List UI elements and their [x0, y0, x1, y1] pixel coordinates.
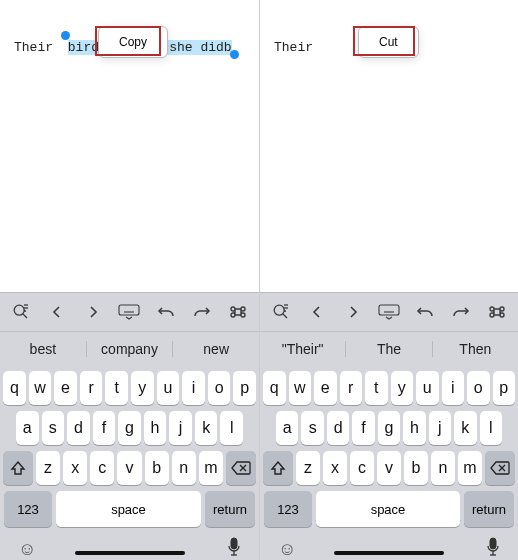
svg-line-18 — [283, 314, 287, 318]
dictation-key[interactable] — [227, 537, 241, 560]
key-a[interactable]: a — [16, 411, 39, 445]
key-m[interactable]: m — [458, 451, 482, 485]
key-s[interactable]: s — [42, 411, 65, 445]
key-row-bottom: 123 space return — [0, 485, 259, 527]
numbers-key[interactable]: 123 — [4, 491, 52, 527]
key-n[interactable]: n — [431, 451, 455, 485]
key-n[interactable]: n — [172, 451, 196, 485]
key-row-3: zxcvbnm — [260, 451, 518, 485]
key-g[interactable]: g — [118, 411, 141, 445]
shift-key[interactable] — [263, 451, 293, 485]
key-w[interactable]: w — [29, 371, 52, 405]
command-icon[interactable] — [486, 301, 508, 323]
undo-icon[interactable] — [155, 301, 177, 323]
chevron-right-icon[interactable] — [82, 301, 104, 323]
suggestion-3[interactable]: Then — [432, 341, 518, 357]
home-indicator[interactable] — [75, 551, 185, 555]
key-d[interactable]: d — [67, 411, 90, 445]
key-u[interactable]: u — [416, 371, 439, 405]
key-q[interactable]: q — [3, 371, 26, 405]
home-indicator[interactable] — [334, 551, 444, 555]
key-e[interactable]: e — [314, 371, 337, 405]
key-z[interactable]: z — [296, 451, 320, 485]
chevron-right-icon[interactable] — [342, 301, 364, 323]
popup-label: Copy — [119, 35, 147, 49]
key-v[interactable]: v — [377, 451, 401, 485]
key-v[interactable]: v — [117, 451, 141, 485]
space-key[interactable]: space — [56, 491, 201, 527]
key-r[interactable]: r — [80, 371, 103, 405]
command-icon[interactable] — [227, 301, 249, 323]
keyboard: "Their" The Then qwertyuiop asdfghjkl zx… — [260, 292, 518, 560]
chevron-left-icon[interactable] — [306, 301, 328, 323]
key-r[interactable]: r — [340, 371, 363, 405]
key-l[interactable]: l — [480, 411, 502, 445]
space-key[interactable]: space — [316, 491, 460, 527]
key-j[interactable]: j — [169, 411, 192, 445]
backspace-key[interactable] — [226, 451, 256, 485]
key-d[interactable]: d — [327, 411, 349, 445]
key-x[interactable]: x — [63, 451, 87, 485]
key-h[interactable]: h — [144, 411, 167, 445]
backspace-key[interactable] — [485, 451, 515, 485]
scan-text-icon[interactable] — [270, 301, 292, 323]
key-o[interactable]: o — [208, 371, 231, 405]
suggestion-3[interactable]: new — [172, 341, 259, 357]
key-p[interactable]: p — [493, 371, 516, 405]
key-b[interactable]: b — [145, 451, 169, 485]
svg-rect-5 — [119, 305, 139, 315]
key-w[interactable]: w — [289, 371, 312, 405]
svg-rect-14 — [231, 538, 237, 549]
dictation-key[interactable] — [486, 537, 500, 560]
key-s[interactable]: s — [301, 411, 323, 445]
undo-icon[interactable] — [414, 301, 436, 323]
key-h[interactable]: h — [403, 411, 425, 445]
key-g[interactable]: g — [378, 411, 400, 445]
chevron-left-icon[interactable] — [46, 301, 68, 323]
shift-key[interactable] — [3, 451, 33, 485]
key-t[interactable]: t — [105, 371, 128, 405]
keyboard-icon[interactable] — [118, 301, 140, 323]
suggestion-1[interactable]: best — [0, 341, 86, 357]
context-menu-copy[interactable]: Copy — [98, 26, 168, 58]
key-c[interactable]: c — [350, 451, 374, 485]
key-i[interactable]: i — [182, 371, 205, 405]
key-p[interactable]: p — [233, 371, 256, 405]
key-j[interactable]: j — [429, 411, 451, 445]
key-y[interactable]: y — [131, 371, 154, 405]
selection-handle-end[interactable] — [230, 50, 239, 59]
suggestion-1[interactable]: "Their" — [260, 341, 345, 357]
key-o[interactable]: o — [467, 371, 490, 405]
key-l[interactable]: l — [220, 411, 243, 445]
key-e[interactable]: e — [54, 371, 77, 405]
context-menu-cut[interactable]: Cut — [358, 26, 419, 58]
suggestion-2[interactable]: company — [86, 341, 173, 357]
key-a[interactable]: a — [276, 411, 298, 445]
return-key[interactable]: return — [205, 491, 255, 527]
emoji-key[interactable]: ☺ — [18, 539, 36, 560]
keyboard-icon[interactable] — [378, 301, 400, 323]
key-t[interactable]: t — [365, 371, 388, 405]
emoji-key[interactable]: ☺ — [278, 539, 296, 560]
key-k[interactable]: k — [454, 411, 476, 445]
return-key[interactable]: return — [464, 491, 514, 527]
redo-icon[interactable] — [191, 301, 213, 323]
numbers-key[interactable]: 123 — [264, 491, 312, 527]
key-k[interactable]: k — [195, 411, 218, 445]
key-u[interactable]: u — [157, 371, 180, 405]
suggestion-2[interactable]: The — [345, 341, 431, 357]
selection-handle-start[interactable] — [61, 31, 70, 40]
key-m[interactable]: m — [199, 451, 223, 485]
key-y[interactable]: y — [391, 371, 414, 405]
key-c[interactable]: c — [90, 451, 114, 485]
key-f[interactable]: f — [352, 411, 374, 445]
key-b[interactable]: b — [404, 451, 428, 485]
key-q[interactable]: q — [263, 371, 286, 405]
key-x[interactable]: x — [323, 451, 347, 485]
key-z[interactable]: z — [36, 451, 60, 485]
screenshot-right: Their Cut "Their" The Then qwertyuiop as… — [259, 0, 518, 560]
scan-text-icon[interactable] — [10, 301, 32, 323]
key-i[interactable]: i — [442, 371, 465, 405]
redo-icon[interactable] — [450, 301, 472, 323]
key-f[interactable]: f — [93, 411, 116, 445]
